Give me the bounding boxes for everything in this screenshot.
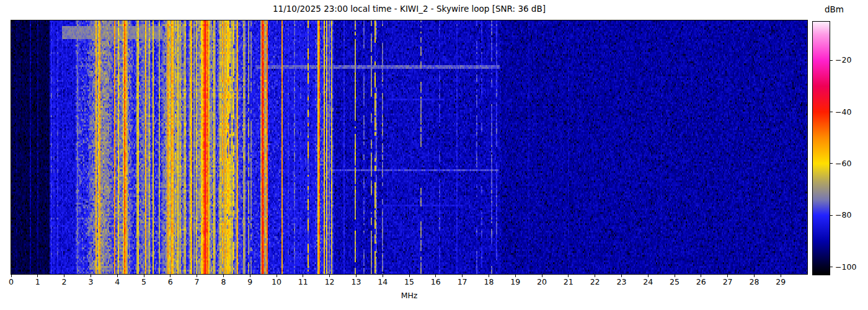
x-tick-label: 5: [131, 277, 156, 286]
chart-title: 11/10/2025 23:00 local time - KIWI_2 - S…: [11, 4, 807, 14]
x-tick-label: 19: [503, 277, 528, 286]
x-tick-label: 0: [0, 277, 24, 286]
x-tick-label: 28: [742, 277, 766, 286]
x-tick-label: 6: [158, 277, 183, 286]
x-tick-label: 14: [370, 277, 395, 286]
x-tick-label: 26: [689, 277, 714, 286]
x-tick-label: 22: [583, 277, 608, 286]
x-tick-label: 15: [397, 277, 422, 286]
x-tick-label: 20: [529, 277, 554, 286]
spectrogram-report: 11/10/2025 23:00 local time - KIWI_2 - S…: [0, 0, 868, 310]
colorbar-tick: [830, 163, 833, 164]
x-tick-label: 12: [317, 277, 342, 286]
colorbar-unit-label: dBm: [825, 4, 844, 14]
colorbar-tick: [830, 215, 833, 216]
x-tick-label: 1: [25, 277, 50, 286]
colorbar-frame: [812, 21, 830, 275]
x-tick-label: 24: [636, 277, 660, 286]
colorbar-gradient: [813, 22, 830, 275]
x-tick-label: 23: [609, 277, 634, 286]
x-tick-label: 2: [52, 277, 77, 286]
x-tick-label: 7: [185, 277, 210, 286]
x-tick-label: 11: [291, 277, 316, 286]
waterfall-heatmap: [11, 20, 807, 274]
colorbar-tick-label: −60: [835, 159, 851, 169]
x-axis-label: MHz: [11, 291, 807, 300]
colorbar-tick-label: −80: [835, 210, 851, 220]
x-tick-label: 29: [768, 277, 793, 286]
colorbar-tick-label: −40: [835, 107, 851, 117]
x-tick-label: 4: [105, 277, 130, 286]
x-tick-label: 16: [423, 277, 448, 286]
x-tick-label: 25: [662, 277, 687, 286]
colorbar-tick: [830, 112, 833, 112]
x-tick-label: 10: [264, 277, 289, 286]
x-tick-label: 13: [343, 277, 368, 286]
x-tick-label: 17: [450, 277, 475, 286]
x-tick-label: 9: [237, 277, 262, 286]
x-tick-label: 3: [78, 277, 103, 286]
x-tick-label: 21: [556, 277, 581, 286]
waterfall-plot-frame: [11, 20, 808, 275]
x-tick-label: 8: [211, 277, 236, 286]
colorbar-tick-label: −20: [835, 55, 851, 65]
colorbar-tick: [830, 60, 833, 61]
colorbar-tick-label: −100: [835, 262, 856, 272]
x-tick-label: 27: [715, 277, 740, 286]
colorbar-tick: [830, 267, 833, 267]
x-tick-label: 18: [476, 277, 501, 286]
